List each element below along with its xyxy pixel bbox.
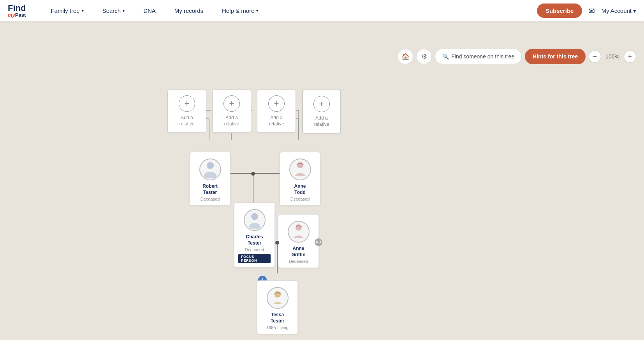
svg-point-19 bbox=[249, 223, 260, 229]
family-tree-chevron-icon: ▾ bbox=[82, 9, 84, 13]
connector-lines bbox=[0, 21, 644, 340]
hints-button[interactable]: Hints for this tree bbox=[525, 49, 586, 64]
nav-help[interactable]: Help & more ▾ bbox=[213, 0, 267, 21]
settings-button[interactable]: ⚙ bbox=[416, 49, 432, 64]
search-icon: 🔍 bbox=[442, 53, 449, 60]
tessa-avatar bbox=[267, 287, 289, 309]
anne-todd-avatar bbox=[289, 159, 311, 180]
nav-right: Subscribe ✉ My Account ▾ bbox=[537, 4, 636, 18]
robert-tester-card[interactable]: RobertTester Deceased bbox=[190, 152, 231, 206]
nav-my-records[interactable]: My records bbox=[165, 0, 213, 21]
zoom-in-button[interactable]: + bbox=[624, 50, 636, 63]
anne-griffin-avatar bbox=[288, 221, 310, 243]
robert-status: Deceased bbox=[201, 197, 220, 201]
tessa-name: TessaTester bbox=[271, 312, 284, 324]
mail-icon[interactable]: ✉ bbox=[588, 6, 595, 16]
subscribe-button[interactable]: Subscribe bbox=[537, 4, 582, 18]
add-label-1: Add arelative bbox=[179, 115, 195, 127]
anne-todd-name: AnneTodd bbox=[294, 183, 306, 196]
add-icon-2: + bbox=[223, 95, 240, 112]
logo-my: my bbox=[8, 12, 15, 18]
tree-toolbar: 🏠 ⚙ 🔍 Find someone on this tree Hints fo… bbox=[398, 49, 636, 64]
nav-dna[interactable]: DNA bbox=[134, 0, 165, 21]
account-menu[interactable]: My Account ▾ bbox=[601, 7, 636, 14]
help-chevron-icon: ▾ bbox=[256, 9, 258, 13]
anne-todd-status: Deceased bbox=[290, 197, 310, 201]
anne-griffin-status: Deceased bbox=[289, 259, 308, 264]
logo[interactable]: Find myPast bbox=[8, 4, 26, 18]
anne-todd-card[interactable]: AnneTodd Deceased bbox=[280, 152, 320, 206]
search-chevron-icon: ▾ bbox=[123, 9, 125, 13]
logo-find: Find bbox=[8, 4, 26, 12]
add-label-3: Add arelative bbox=[269, 115, 284, 127]
zoom-level: 100% bbox=[604, 53, 621, 60]
anne-griffin-name: AnneGriffin bbox=[292, 246, 306, 258]
anne-griffin-card[interactable]: AnneGriffin Deceased bbox=[278, 214, 319, 268]
home-button[interactable]: 🏠 bbox=[398, 49, 413, 64]
charles-status: Deceased bbox=[245, 247, 264, 252]
add-relative-2[interactable]: + Add arelative bbox=[212, 90, 251, 133]
tessa-tester-card[interactable]: TessaTester 1985-Living bbox=[257, 280, 298, 334]
svg-point-16 bbox=[204, 172, 216, 178]
add-relative-1[interactable]: + Add arelative bbox=[167, 90, 206, 133]
marriage-dot-1 bbox=[251, 172, 255, 176]
nav-family-tree[interactable]: Family tree ▾ bbox=[41, 0, 93, 21]
add-icon-1: + bbox=[179, 95, 195, 112]
zoom-controls: − 100% + bbox=[589, 50, 636, 63]
svg-point-18 bbox=[251, 213, 258, 220]
svg-point-15 bbox=[207, 162, 214, 169]
hint-icon[interactable]: ⚬⚬ bbox=[315, 238, 322, 246]
add-label-2: Add arelative bbox=[224, 115, 239, 127]
add-relative-3[interactable]: + Add arelative bbox=[257, 90, 296, 133]
logo-mypast: myPast bbox=[8, 12, 26, 18]
svg-point-20 bbox=[296, 224, 302, 231]
navbar: Find myPast Family tree ▾ Search ▾ DNA M… bbox=[0, 0, 644, 21]
add-label-4: Add arelative bbox=[314, 115, 329, 127]
charles-avatar bbox=[244, 209, 266, 231]
find-person-button[interactable]: 🔍 Find someone on this tree bbox=[435, 49, 522, 64]
nav-search[interactable]: Search ▾ bbox=[93, 0, 134, 21]
nav-links: Family tree ▾ Search ▾ DNA My records He… bbox=[41, 0, 537, 21]
add-icon-4: + bbox=[313, 96, 330, 112]
charles-tester-card[interactable]: CharlesTester Deceased FOCUS PERSON bbox=[234, 203, 275, 268]
tree-canvas: 🏠 ⚙ 🔍 Find someone on this tree Hints fo… bbox=[0, 21, 644, 340]
robert-name: RobertTester bbox=[202, 183, 218, 196]
add-relative-4[interactable]: + Add arelative bbox=[302, 90, 341, 134]
add-icon-3: + bbox=[268, 95, 285, 112]
charles-name: CharlesTester bbox=[246, 234, 263, 246]
marriage-dot-2 bbox=[275, 241, 279, 245]
focus-badge: FOCUS PERSON bbox=[238, 254, 271, 263]
zoom-out-button[interactable]: − bbox=[589, 50, 601, 63]
tessa-status: 1985-Living bbox=[266, 325, 289, 330]
robert-avatar bbox=[199, 159, 221, 180]
account-chevron-icon: ▾ bbox=[633, 7, 636, 14]
